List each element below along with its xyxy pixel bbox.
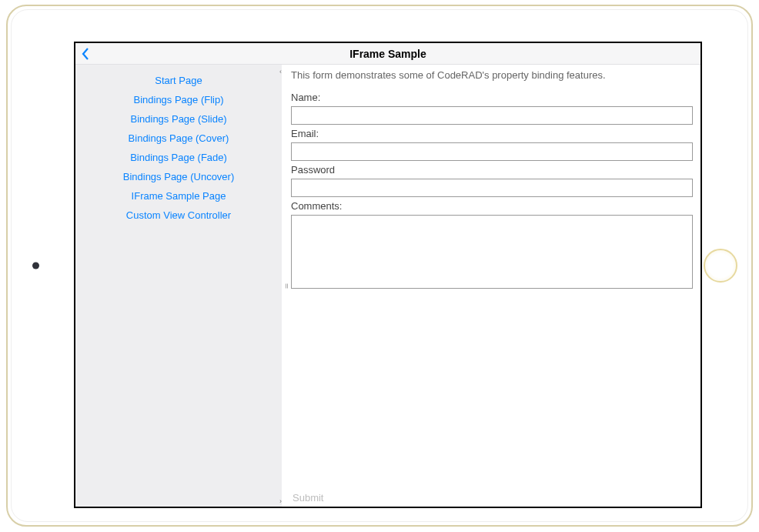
sidebar-item-bindings-flip[interactable]: Bindings Page (Flip) xyxy=(133,90,223,109)
tablet-frame: IFrame Sample Start Page Bindings Page (… xyxy=(6,5,753,527)
name-label: Name: xyxy=(291,92,693,103)
sidebar-item-start-page[interactable]: Start Page xyxy=(155,71,202,90)
sidebar: Start Page Bindings Page (Flip) Bindings… xyxy=(75,65,282,507)
spacer xyxy=(291,289,693,489)
sidebar-item-bindings-fade[interactable]: Bindings Page (Fade) xyxy=(130,148,227,167)
back-button[interactable] xyxy=(79,47,92,61)
sidebar-item-custom-view-controller[interactable]: Custom View Controller xyxy=(126,206,231,225)
chevron-left-icon xyxy=(82,48,89,60)
splitter-handle-icon[interactable]: ॥ xyxy=(284,282,288,290)
page-title: IFrame Sample xyxy=(75,48,700,60)
splitter-collapse-right-icon[interactable]: › xyxy=(279,497,282,505)
sidebar-item-bindings-uncover[interactable]: Bindings Page (Uncover) xyxy=(123,167,235,186)
name-field[interactable] xyxy=(291,106,693,125)
app-window: IFrame Sample Start Page Bindings Page (… xyxy=(74,42,702,508)
sidebar-item-iframe-sample[interactable]: IFrame Sample Page xyxy=(132,186,226,206)
comments-field[interactable] xyxy=(291,215,693,289)
splitter-collapse-left-icon[interactable]: ‹ xyxy=(279,68,282,75)
password-label: Password xyxy=(291,164,693,176)
tablet-camera xyxy=(32,263,39,269)
form-description: This form demonstrates some of CodeRAD's… xyxy=(291,69,693,81)
titlebar: IFrame Sample xyxy=(75,43,700,65)
sidebar-item-bindings-slide[interactable]: Bindings Page (Slide) xyxy=(130,109,226,129)
comments-label: Comments: xyxy=(291,200,693,212)
app-body: Start Page Bindings Page (Flip) Bindings… xyxy=(75,65,700,507)
email-field[interactable] xyxy=(291,142,693,161)
splitter[interactable]: ‹ ॥ › xyxy=(282,65,289,507)
email-label: Email: xyxy=(291,128,693,139)
sidebar-item-bindings-cover[interactable]: Bindings Page (Cover) xyxy=(129,129,229,148)
content: This form demonstrates some of CodeRAD's… xyxy=(289,65,700,507)
submit-button[interactable]: Submit xyxy=(291,489,693,507)
password-field[interactable] xyxy=(291,179,693,197)
tablet-home-button[interactable] xyxy=(704,249,737,283)
